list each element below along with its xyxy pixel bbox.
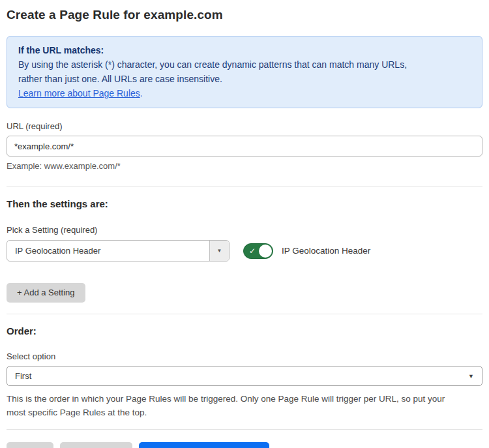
order-select-value: First: [15, 371, 31, 381]
order-section-heading: Order:: [7, 325, 482, 336]
save-draft-button[interactable]: Save as Draft: [60, 442, 132, 448]
url-matches-info-box: If the URL matches: By using the asteris…: [7, 36, 482, 108]
cancel-button[interactable]: Cancel: [7, 442, 53, 448]
url-input[interactable]: [7, 136, 482, 157]
setting-dropdown-value: IP Geolocation Header: [7, 241, 209, 261]
divider: [7, 429, 482, 430]
create-page-rule-form: Create a Page Rule for example.com If th…: [0, 0, 489, 448]
toggle-label: IP Geolocation Header: [282, 246, 370, 256]
url-label: URL (required): [7, 121, 482, 131]
save-deploy-button[interactable]: Save and Deploy Page Rule: [139, 442, 269, 448]
url-example-text: Example: www.example.com/*: [7, 161, 482, 171]
setting-picker-label: Pick a Setting (required): [7, 225, 482, 235]
order-select-label: Select option: [7, 351, 482, 361]
order-help-text: This is the order in which your Page Rul…: [7, 392, 482, 419]
info-box-body-line: rather than just one. All URLs are case …: [18, 72, 471, 86]
toggle-knob: [259, 245, 272, 258]
settings-section-heading: Then the settings are:: [7, 198, 482, 209]
caret-down-icon: ▼: [468, 373, 474, 380]
add-setting-button[interactable]: + Add a Setting: [7, 283, 85, 303]
order-help-line: This is the order in which your Page Rul…: [7, 392, 482, 406]
order-select[interactable]: First ▼: [7, 366, 482, 386]
link-period: .: [140, 88, 143, 98]
check-icon: ✓: [249, 246, 256, 254]
form-actions: Cancel Save as Draft Save and Deploy Pag…: [7, 442, 482, 448]
order-help-line: most specific Page Rules at the top.: [7, 406, 482, 419]
divider: [7, 187, 482, 187]
caret-down-icon: ▼: [217, 248, 222, 254]
ip-geolocation-toggle[interactable]: ✓: [243, 243, 273, 259]
setting-dropdown[interactable]: IP Geolocation Header ▼: [7, 240, 230, 261]
setting-row: IP Geolocation Header ▼ ✓ IP Geolocation…: [7, 240, 482, 261]
dropdown-arrow-button[interactable]: ▼: [209, 241, 229, 261]
learn-more-page-rules-link[interactable]: Learn more about Page Rules: [18, 88, 140, 98]
info-box-heading: If the URL matches:: [18, 43, 471, 57]
page-title: Create a Page Rule for example.com: [7, 8, 482, 22]
divider: [7, 314, 482, 314]
info-box-body-line: By using the asterisk (*) character, you…: [18, 57, 471, 72]
